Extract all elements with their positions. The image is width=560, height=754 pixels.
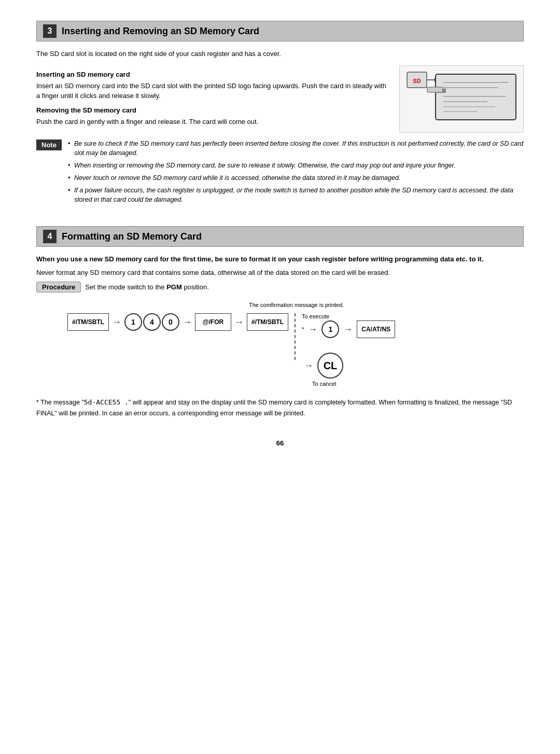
flow-key-htmsbtl-1: #/TM/SBTL	[67, 313, 109, 331]
cancel-arrow: →	[304, 360, 313, 371]
note-list: Be sure to check if the SD memory card h…	[68, 139, 524, 205]
branch-cancel: → CL	[302, 353, 395, 379]
note-box: Note Be sure to check if the SD memory c…	[36, 139, 524, 208]
section4-intro2: Never format any SD memory card that con…	[36, 268, 524, 278]
execute-arrow-2: →	[343, 324, 353, 335]
section4: 4 Formatting an SD Memory Card When you …	[36, 226, 524, 418]
confirmation-msg: The comfirmation message is printed.	[249, 302, 524, 308]
note-content: Be sure to check if the SD memory card h…	[68, 139, 524, 208]
section3-number: 3	[43, 24, 57, 38]
page-number: 66	[36, 439, 524, 447]
note-item-3: Never touch or remove the SD memory card…	[68, 173, 524, 183]
section3-content: Inserting an SD memory card Insert an SD…	[36, 65, 524, 133]
flow-main-sequence: #/TM/SBTL → 1 4 0 → @/FOR → #/TM/SBTL	[67, 313, 288, 331]
to-cancel-label: To cancel	[312, 381, 395, 387]
branch-execute: * → 1 → CA/AT/NS	[302, 320, 395, 338]
section4-header: 4 Formatting an SD Memory Card	[36, 226, 524, 247]
section4-number: 4	[43, 230, 57, 243]
flow-diagram: #/TM/SBTL → 1 4 0 → @/FOR → #/TM/SBTL To…	[67, 313, 524, 387]
asterisk-note: * The message "5d·ACCE55 ." will appear …	[36, 397, 524, 418]
note-item-1: Be sure to check if the SD memory card h…	[68, 139, 524, 159]
flow-key-caatns: CA/AT/NS	[357, 320, 395, 338]
procedure-badge: Procedure	[36, 282, 81, 292]
section3-text: Inserting an SD memory card Insert an SD…	[36, 65, 389, 133]
note-item-2: When inserting or removing the SD memory…	[68, 161, 524, 171]
flow-key-cl: CL	[317, 353, 343, 379]
branch-annotations: To execute * → 1 → CA/AT/NS → CL To canc…	[302, 313, 395, 387]
note-item-4: If a power failure occurs, the cash regi…	[68, 186, 524, 205]
flow-key-1: 1	[124, 313, 142, 331]
dashed-separator	[295, 313, 296, 360]
sd-illustration: SD	[404, 68, 519, 130]
flow-right-branch: To execute * → 1 → CA/AT/NS → CL To canc…	[302, 313, 395, 387]
to-execute-label: To execute	[302, 313, 395, 319]
sd-card-image: SD	[399, 65, 524, 133]
svg-rect-11	[427, 87, 443, 92]
section3: 3 Inserting and Removing an SD Memory Ca…	[36, 21, 524, 207]
note-label: Note	[36, 139, 62, 150]
section3-title: Inserting and Removing an SD Memory Card	[62, 26, 259, 37]
procedure-text: Set the mode switch to the PGM position.	[85, 283, 209, 291]
flow-key-1-branch: 1	[321, 320, 339, 338]
asterisk-symbol: *	[302, 326, 304, 332]
flow-key-4: 4	[143, 313, 161, 331]
subsection2-text: Push the card in gently with a finger an…	[36, 117, 389, 127]
flow-key-htmsbtl-2: #/TM/SBTL	[247, 313, 288, 331]
section4-title: Formatting an SD Memory Card	[62, 231, 202, 242]
flow-arrow-1: →	[112, 317, 121, 328]
execute-arrow: →	[308, 324, 317, 335]
subsection2-title: Removing the SD memory card	[36, 106, 389, 114]
flow-arrow-3: →	[234, 317, 244, 328]
section4-bold-intro: When you use a new SD memory card for th…	[36, 254, 524, 264]
display-message: 5d·ACCE55 .	[84, 398, 129, 406]
section4-bold-intro-text: When you use a new SD memory card for th…	[36, 255, 484, 263]
flow-key-0: 0	[162, 313, 179, 331]
section3-header: 3 Inserting and Removing an SD Memory Ca…	[36, 21, 524, 41]
subsection1-text: Insert an SD memory card into the SD car…	[36, 81, 389, 101]
procedure-line: Procedure Set the mode switch to the PGM…	[36, 282, 524, 292]
flow-key-for: @/FOR	[195, 313, 231, 331]
section3-intro: The SD card slot is located on the right…	[36, 49, 524, 59]
flow-arrow-2: →	[183, 317, 192, 328]
subsection1-title: Inserting an SD memory card	[36, 71, 389, 78]
svg-text:SD: SD	[413, 78, 421, 84]
